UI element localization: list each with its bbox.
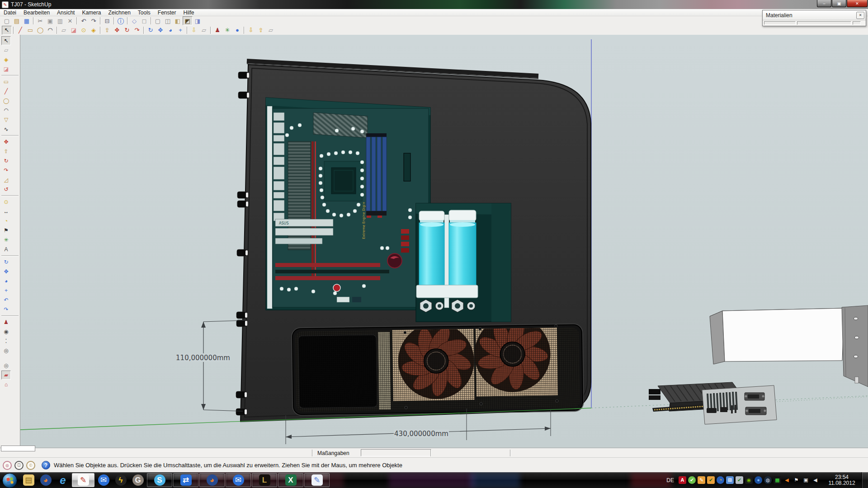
tray-safely-remove-icon[interactable]: ✔ xyxy=(736,476,743,484)
measurement-input[interactable] xyxy=(361,449,431,456)
taskbar-thunderbird-window-icon[interactable]: ✉ xyxy=(226,473,251,487)
polygon-tool-icon[interactable]: ▽ xyxy=(1,115,11,124)
taskbar-firefox-icon[interactable]: ◕ xyxy=(38,474,54,487)
tray-antivirus-icon[interactable]: ✔ xyxy=(688,476,696,484)
model-info-icon[interactable]: ⓘ xyxy=(116,16,126,25)
dimension-label-height[interactable]: 110,000000mm xyxy=(176,354,230,362)
tray-audio-manager-icon[interactable]: ◀ xyxy=(783,476,791,484)
orbit-tool-icon[interactable]: ↻ xyxy=(1,258,11,267)
tray-sync-icon[interactable]: ◔ xyxy=(717,476,724,484)
materials-close-button[interactable]: ✕ xyxy=(856,12,864,19)
zoom-extents-icon[interactable]: + xyxy=(1,286,11,295)
photo-textures-icon[interactable]: ♟ xyxy=(212,26,222,35)
materials-slider-segment[interactable] xyxy=(797,21,851,25)
restore-button[interactable]: ▣ xyxy=(832,0,846,7)
section-cut-icon[interactable]: ⌂ xyxy=(1,380,11,389)
preview-model-icon[interactable]: ✳ xyxy=(222,26,232,35)
print-icon[interactable]: ⊟ xyxy=(102,16,112,25)
menu-datei[interactable]: Datei xyxy=(0,9,20,16)
materials-slider-segment[interactable] xyxy=(853,21,861,25)
eraser-icon[interactable]: ◪ xyxy=(1,65,11,74)
hidden-line-mode-icon[interactable]: ◫ xyxy=(163,16,173,25)
dimension-tool-icon[interactable]: ↔ xyxy=(1,207,11,216)
taskbar-gimp-icon[interactable]: G xyxy=(130,474,146,487)
taskbar-excel-icon[interactable]: X xyxy=(278,473,303,487)
copy-icon[interactable]: ▣ xyxy=(45,16,55,25)
rotate-tool-icon[interactable]: ↻ xyxy=(122,26,132,35)
circle-tool-icon[interactable]: ◯ xyxy=(1,96,11,105)
model-gpu[interactable] xyxy=(649,382,777,424)
position-camera-icon[interactable]: ♟ xyxy=(1,318,11,327)
taskbar-paint-icon[interactable]: ✎ xyxy=(304,473,330,487)
tray-activity-monitor-icon[interactable]: ▦ xyxy=(774,476,781,484)
arc-tool-icon[interactable]: ◠ xyxy=(45,26,55,35)
menu-hilfe[interactable]: Hilfe xyxy=(180,9,198,16)
menu-bearbeiten[interactable]: Bearbeiten xyxy=(20,9,53,16)
move-tool-icon[interactable]: ✥ xyxy=(112,26,122,35)
axes-tool-icon[interactable]: ✳ xyxy=(1,235,11,244)
follow-me-tool-icon[interactable]: ↷ xyxy=(1,166,11,175)
wireframe-mode-icon[interactable]: ▢ xyxy=(153,16,163,25)
menu-fenster[interactable]: Fenster xyxy=(154,9,180,16)
materials-panel[interactable]: Materialien ✕ xyxy=(762,10,866,26)
taskbar-thunderbird-icon[interactable]: ✉ xyxy=(95,474,112,487)
freehand-tool-icon[interactable]: ∿ xyxy=(1,125,11,134)
open-file-icon[interactable]: ▤ xyxy=(12,16,22,25)
google-earth-icon[interactable]: ● xyxy=(232,26,242,35)
scale-tool-icon[interactable]: ◿ xyxy=(1,175,11,184)
tray-steam-icon[interactable]: ◍ xyxy=(764,476,772,484)
tray-utility-orange-icon[interactable]: ✎ xyxy=(698,476,705,484)
tape-measure-icon[interactable]: ⊙ xyxy=(79,26,89,35)
select-tool-icon[interactable]: ↖ xyxy=(2,26,12,35)
minimize-button[interactable]: – xyxy=(817,0,831,7)
circle-tool-icon[interactable]: ◯ xyxy=(35,26,45,35)
dimension-vertical[interactable]: 110,000000mm xyxy=(176,320,245,411)
camera-target-icon[interactable]: ◎ xyxy=(1,346,11,355)
3d-text-tool-icon[interactable]: A xyxy=(1,245,11,254)
viewport-canvas[interactable]: ASUS Extreme Engine Digi+ xyxy=(20,35,868,448)
section-display-icon[interactable]: ◎ xyxy=(1,361,11,370)
taskbar-explorer-icon[interactable]: ▤ xyxy=(20,474,37,487)
show-desktop-button[interactable] xyxy=(862,472,868,488)
clock[interactable]: 23:54 11.08.2012 xyxy=(825,474,859,486)
tray-blue-sphere-icon[interactable]: ● xyxy=(755,476,762,484)
move-tool-icon[interactable]: ✥ xyxy=(1,137,11,146)
close-button[interactable]: ✕ xyxy=(847,0,868,7)
tape-measure-icon[interactable]: ⊙ xyxy=(1,197,11,206)
taskbar-sketchup-icon[interactable]: ✎ xyxy=(72,473,94,487)
cut-icon[interactable]: ✂ xyxy=(35,16,45,25)
rectangle-tool-icon[interactable]: ▭ xyxy=(1,77,11,86)
walk-tool-icon[interactable]: ⁚ xyxy=(1,337,11,346)
model-motherboard[interactable]: ASUS Extreme Engine Digi+ xyxy=(266,98,430,310)
back-edges-mode-icon[interactable]: ◻ xyxy=(139,16,149,25)
xray-mode-icon[interactable]: ◇ xyxy=(129,16,139,25)
toggle-terrain-icon[interactable]: ▱ xyxy=(199,26,209,35)
rotate-tool-icon[interactable]: ↻ xyxy=(1,156,11,165)
zoom-tool-icon[interactable]: ◕ xyxy=(165,26,175,35)
orbit-tool-icon[interactable]: ↻ xyxy=(146,26,156,35)
arc-tool-icon[interactable]: ◠ xyxy=(1,106,11,115)
monochrome-mode-icon[interactable]: ◨ xyxy=(193,16,203,25)
tray-windows-utility-icon[interactable]: ⊞ xyxy=(726,476,734,484)
look-around-icon[interactable]: ◉ xyxy=(1,327,11,336)
taskbar-teamviewer-icon[interactable]: ⇄ xyxy=(173,473,198,487)
eraser-icon[interactable]: ◪ xyxy=(69,26,79,35)
push-pull-tool-icon[interactable]: ⇧ xyxy=(1,147,11,156)
model-psu-box[interactable] xyxy=(710,305,868,387)
rectangle-tool-icon[interactable]: ▭ xyxy=(25,26,35,35)
previous-view-icon[interactable]: ↶ xyxy=(1,296,11,305)
model-reservoirs[interactable] xyxy=(416,203,511,322)
pan-tool-icon[interactable]: ✥ xyxy=(156,26,165,35)
menu-ansicht[interactable]: Ansicht xyxy=(53,9,78,16)
line-tool-icon[interactable]: ╱ xyxy=(1,87,11,96)
protractor-icon[interactable]: ◔ xyxy=(1,216,11,225)
start-button[interactable] xyxy=(2,473,17,488)
make-component-icon[interactable]: ▱ xyxy=(59,26,69,35)
zoom-tool-icon[interactable]: ◕ xyxy=(1,277,11,286)
model-case[interactable]: ASUS Extreme Engine Digi+ xyxy=(236,61,591,422)
paint-bucket-icon[interactable]: ◈ xyxy=(1,55,11,64)
paint-bucket-icon[interactable]: ◈ xyxy=(89,26,99,35)
get-current-view-icon[interactable]: ⇩ xyxy=(189,26,199,35)
undo-icon[interactable]: ↶ xyxy=(79,16,89,25)
get-models-icon[interactable]: ⇩ xyxy=(246,26,256,35)
